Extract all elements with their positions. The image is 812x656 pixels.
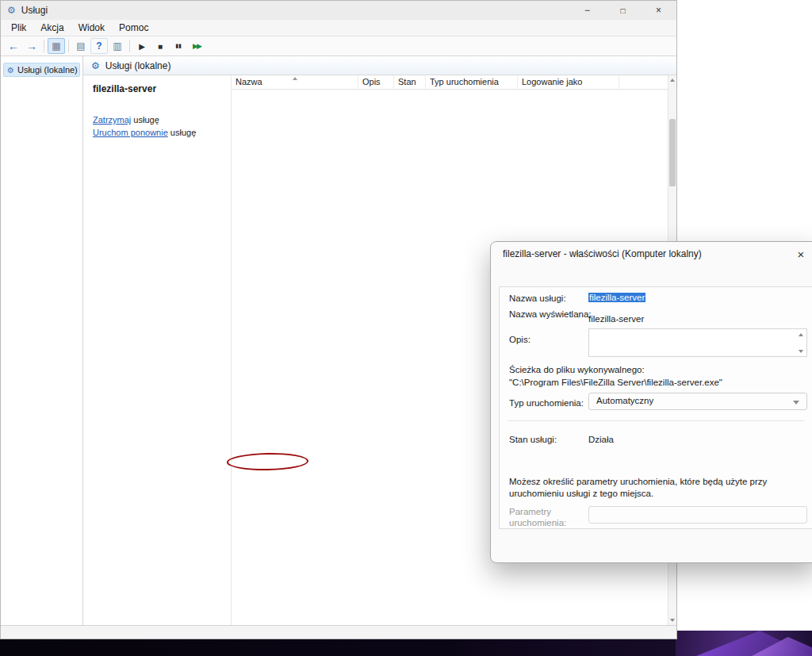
textarea-scroll-down-icon[interactable] bbox=[795, 347, 806, 355]
startup-type-label: Typ uruchomienia: bbox=[509, 398, 584, 408]
caption-buttons: − □ × bbox=[569, 1, 676, 20]
column-header-filler bbox=[619, 75, 668, 89]
sort-ascending-icon bbox=[293, 77, 297, 80]
pause-service-icon[interactable]: ▮▮ bbox=[170, 38, 187, 54]
column-header-nazwa[interactable]: Nazwa bbox=[232, 75, 358, 89]
column-header-logowanie[interactable]: Logowanie jako bbox=[518, 75, 619, 89]
properties-dialog: filezilla-server - właściwości (Komputer… bbox=[490, 241, 812, 563]
exe-path-value: "C:\Program Files\FileZilla Server\filez… bbox=[509, 378, 722, 387]
menu-akcja[interactable]: Akcja bbox=[33, 21, 71, 35]
description-label: Opis: bbox=[509, 335, 530, 344]
console-tree-panel: ⚙ Usługi (lokalne) bbox=[1, 56, 83, 625]
menu-pomoc[interactable]: Pomoc bbox=[112, 21, 155, 35]
column-header-typ[interactable]: Typ uruchomienia bbox=[426, 75, 518, 89]
display-name-value: filezilla-server bbox=[588, 314, 644, 324]
status-bar bbox=[1, 625, 676, 639]
snapin-header-title: Usługi (lokalne) bbox=[105, 60, 171, 71]
description-field[interactable] bbox=[588, 328, 807, 357]
column-header-opis[interactable]: Opis bbox=[358, 75, 394, 89]
service-status-value: Działa bbox=[588, 435, 614, 444]
dialog-close-icon[interactable]: × bbox=[784, 242, 812, 266]
maximize-icon[interactable]: □ bbox=[605, 1, 641, 20]
close-icon[interactable]: × bbox=[641, 1, 676, 20]
column-header-stan[interactable]: Stan bbox=[394, 75, 426, 89]
minimize-icon[interactable]: − bbox=[569, 1, 605, 20]
general-tab-page: Nazwa usługi: filezilla-server Nazwa wyś… bbox=[499, 286, 812, 529]
display-name-label: Nazwa wyświetlana: bbox=[509, 309, 592, 319]
separator bbox=[508, 420, 804, 421]
window-title: Usługi bbox=[21, 5, 48, 16]
toolbar-separator bbox=[44, 40, 44, 52]
restart-service-icon[interactable]: ▶▶ bbox=[188, 38, 205, 54]
show-console-tree-icon[interactable]: ▦ bbox=[48, 38, 65, 54]
chevron-down-icon bbox=[793, 401, 799, 405]
menu-widok[interactable]: Widok bbox=[71, 21, 112, 35]
extended-info-panel: filezilla-server Zatrzymaj usługę Urucho… bbox=[83, 75, 232, 625]
tree-item-label: Usługi (lokalne) bbox=[17, 65, 78, 75]
restart-link-suffix: usługę bbox=[168, 128, 196, 137]
selected-service-name: filezilla-server bbox=[93, 83, 221, 94]
services-node-icon: ⚙ bbox=[7, 66, 14, 75]
title-bar: ⚙ Usługi − □ × bbox=[1, 1, 676, 20]
restart-service-link[interactable]: Uruchom ponownie bbox=[93, 128, 168, 137]
snapin-header-icon: ⚙ bbox=[91, 60, 100, 71]
startup-type-value: Automatyczny bbox=[596, 396, 653, 405]
snapin-header: ⚙ Usługi (lokalne) bbox=[83, 56, 676, 75]
params-note: Możesz określić parametry uruchomienia, … bbox=[509, 476, 804, 500]
stop-service-icon[interactable]: ■ bbox=[151, 38, 169, 54]
forward-icon[interactable]: → bbox=[23, 38, 40, 54]
start-service-icon[interactable]: ▶ bbox=[133, 38, 151, 54]
service-status-label: Stan usługi: bbox=[509, 435, 557, 444]
tree-item-services-local[interactable]: ⚙ Usługi (lokalne) bbox=[3, 63, 80, 77]
stop-service-link[interactable]: Zatrzymaj bbox=[93, 115, 131, 125]
toolbar: ←→▦▤?▥▶■▮▮▶▶ bbox=[1, 36, 676, 56]
stop-link-suffix: usługę bbox=[131, 115, 159, 125]
services-app-icon: ⚙ bbox=[7, 5, 16, 16]
list-header: Nazwa Opis Stan Typ uruchomienia Logowan… bbox=[232, 75, 668, 90]
menu-plik[interactable]: Plik bbox=[4, 21, 33, 35]
toolbar-separator bbox=[68, 40, 69, 52]
scrollbar-thumb[interactable] bbox=[669, 119, 676, 186]
back-icon[interactable]: ← bbox=[5, 38, 22, 54]
properties-icon[interactable]: ▥ bbox=[109, 38, 126, 54]
start-params-label: Parametry uruchomienia: bbox=[509, 506, 582, 528]
menu-bar: PlikAkcjaWidokPomoc bbox=[1, 20, 676, 36]
service-name-value: filezilla-server bbox=[588, 293, 645, 302]
scroll-down-icon[interactable] bbox=[668, 616, 676, 625]
export-list-icon[interactable]: ▤ bbox=[72, 38, 90, 54]
scroll-up-icon[interactable] bbox=[668, 75, 676, 85]
exe-path-label: Ścieżka do pliku wykonywalnego: bbox=[509, 365, 645, 374]
textarea-scroll-up-icon[interactable] bbox=[795, 330, 806, 339]
service-name-label: Nazwa usługi: bbox=[509, 293, 566, 303]
start-params-field[interactable] bbox=[588, 506, 807, 524]
toolbar-separator bbox=[129, 40, 130, 52]
dialog-title: filezilla-server - właściwości (Komputer… bbox=[491, 242, 812, 266]
help-icon[interactable]: ? bbox=[90, 38, 108, 54]
startup-type-select[interactable]: Automatyczny bbox=[588, 393, 807, 410]
